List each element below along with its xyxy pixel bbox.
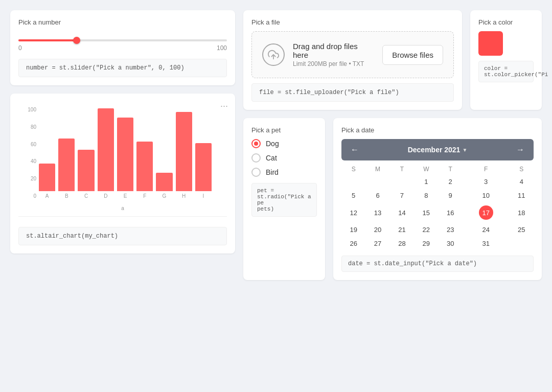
calendar-day[interactable]: 28 [390,237,414,250]
calendar-next-button[interactable]: → [513,144,527,155]
slider-track[interactable] [18,39,227,41]
chart-bar [98,108,114,191]
chart-bar [39,164,55,191]
chart-bar [117,118,133,191]
calendar-day[interactable]: 10 [463,189,510,202]
right-top-row: Pick a file Drag and drop files here Lim… [243,10,542,110]
calendar-day[interactable]: 23 [439,223,463,237]
calendar-day[interactable]: 9 [439,189,463,202]
file-label: Pick a file [251,18,454,26]
calendar-day[interactable]: 21 [390,223,414,237]
slider-min: 0 [18,44,22,52]
calendar-day[interactable]: 19 [341,223,365,237]
calendar-day[interactable]: 16 [439,202,463,223]
bar-label: A [45,193,49,199]
calendar-day[interactable]: 6 [365,189,389,202]
calendar-label: Pick a date [341,126,534,134]
calendar-body: 1234567891011121314151617181920212223242… [341,175,534,250]
browse-files-button[interactable]: Browse files [382,45,443,65]
calendar-week-row: 567891011 [341,189,534,202]
chart-code: st.altair_chart(my_chart) [18,227,227,245]
cal-header-thu: T [439,162,463,175]
color-code: color = st.color_picker("Pi [478,61,534,82]
calendar-day[interactable]: 24 [463,223,510,237]
x-axis-label: a [121,205,124,211]
pet-radio-group: Dog Cat Bird [251,139,317,177]
chart-bar [136,142,153,191]
calendar-day[interactable]: 29 [414,237,438,250]
calendar-prev-button[interactable]: ← [348,144,362,155]
calendar-day[interactable]: 7 [390,189,414,202]
bar-group: H [176,107,192,199]
cal-header-mon: M [365,162,389,175]
chart-bar [176,112,192,191]
calendar-day[interactable]: 25 [510,223,534,237]
slider-container[interactable]: 0 100 [18,31,227,54]
calendar-day[interactable]: 13 [365,202,389,223]
bar-group: G [156,107,172,199]
radio-bird[interactable]: Bird [251,168,317,177]
cal-header-fri: F [463,162,510,175]
bar-label: F [143,193,146,199]
file-drop-title: Drag and drop files here [293,42,374,59]
color-label: Pick a color [478,18,534,26]
calendar-day[interactable]: 20 [365,223,389,237]
slider-max: 100 [217,44,227,52]
file-code: file = st.file_uploader("Pick a file") [251,83,454,102]
slider-card: Pick a number 0 100 number = st.slider("… [10,10,235,85]
radio-dog[interactable]: Dog [251,139,317,148]
calendar-day[interactable]: 11 [510,189,534,202]
calendar-day[interactable]: 26 [341,237,365,250]
calendar-week-row: 262728293031 [341,237,534,250]
pet-code: pet =st.radio("Pick a pepets) [251,183,317,217]
calendar-header: ← December 2021 ▼ → [341,139,534,160]
chart-bottom: st.altair_chart(my_chart) [18,216,227,245]
chart-bar [156,173,172,191]
chart-bar [78,150,94,191]
calendar-day[interactable]: 4 [510,175,534,189]
bar-group: I [195,107,212,199]
calendar-day-selected[interactable]: 17 [463,202,510,223]
calendar-day-empty [390,175,414,189]
date-code: date = st.date_input("Pick a date") [341,256,534,272]
calendar-day[interactable]: 2 [439,175,463,189]
color-swatch[interactable] [478,31,503,56]
slider-labels: 0 100 [18,44,227,52]
cal-header-sun: S [341,162,365,175]
calendar-day[interactable]: 31 [463,237,510,250]
calendar-day[interactable]: 27 [365,237,389,250]
calendar-day[interactable]: 14 [390,202,414,223]
radio-circle-dog [251,139,261,148]
calendar-day[interactable]: 3 [463,175,510,189]
radio-label-bird: Bird [266,168,279,176]
file-drop-text: Drag and drop files here Limit 200MB per… [293,42,374,67]
upload-icon [262,43,285,66]
calendar-day[interactable]: 8 [414,189,438,202]
calendar-day[interactable]: 5 [341,189,365,202]
chart-bar [58,139,75,191]
calendar-day[interactable]: 30 [439,237,463,250]
calendar-day[interactable]: 12 [341,202,365,223]
cal-header-tue: T [390,162,414,175]
color-picker-card: Pick a color color = st.color_picker("Pi [470,10,542,110]
radio-dot-dog [254,142,258,146]
calendar-day[interactable]: 22 [414,223,438,237]
calendar-day[interactable]: 18 [510,202,534,223]
slider-thumb[interactable] [73,37,80,44]
calendar-day[interactable]: 15 [414,202,438,223]
calendar-day-empty [341,175,365,189]
file-drop-area[interactable]: Drag and drop files here Limit 200MB per… [251,31,454,78]
bar-label: D [104,193,107,199]
chart-area: 100 80 60 40 20 0 ABCDEFGHI a [18,102,227,214]
file-drop-subtitle: Limit 200MB per file • TXT [293,60,374,67]
calendar-week-row: 12131415161718 [341,202,534,223]
chart-bar [195,143,212,191]
bar-group: A [39,107,55,199]
pet-label: Pick a pet [251,126,317,134]
bars-container: ABCDEFGHI [39,107,212,199]
file-uploader-card: Pick a file Drag and drop files here Lim… [243,10,462,110]
radio-cat[interactable]: Cat [251,153,317,163]
calendar-day[interactable]: 1 [414,175,438,189]
calendar-day-empty [365,175,389,189]
bar-label: C [84,193,88,199]
